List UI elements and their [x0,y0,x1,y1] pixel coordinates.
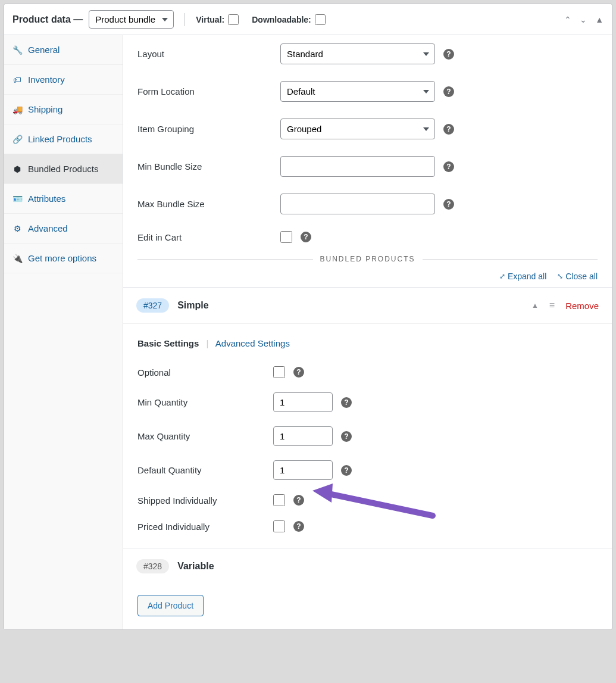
min-qty-label: Min Quantity [137,397,266,407]
help-icon[interactable]: ? [301,232,311,242]
bundled-item-header[interactable]: #327 Simple ▲ ≡ Remove [123,288,612,323]
tag-icon: 🏷 [12,75,22,85]
default-qty-label: Default Quantity [137,465,266,475]
optional-checkbox[interactable] [273,366,285,378]
product-data-panel: Product data — Product bundle Virtual: D… [4,4,612,630]
downloadable-checkbox[interactable] [315,14,326,25]
sidebar-item-label: Advanced [28,223,68,233]
triangle-up-icon[interactable]: ▲ [531,301,539,310]
max-bundle-label: Max Bundle Size [137,199,273,209]
main-content: Layout Standard ? Form Location Default [123,35,612,629]
sidebar-item-bundled-products[interactable]: ⬢ Bundled Products [4,154,123,184]
triangle-up-icon[interactable]: ▲ [595,15,604,24]
shipped-individually-checkbox[interactable] [273,494,285,506]
add-product-button[interactable]: Add Product [137,595,204,616]
chevron-down-icon[interactable]: ⌄ [580,15,587,24]
layout-select[interactable]: Standard [280,43,435,64]
wrench-icon: 🔧 [12,45,22,55]
help-icon[interactable]: ? [293,521,304,532]
settings-tabs: Basic Settings | Advanced Settings [123,335,612,359]
max-bundle-input[interactable] [280,194,435,214]
section-title: BUNDLED PRODUCTS [320,255,415,263]
edit-in-cart-checkbox[interactable] [280,231,292,243]
bundled-item-header[interactable]: #328 Variable [123,548,612,584]
item-grouping-select[interactable]: Grouped [280,118,435,139]
item-id-badge: #328 [136,559,169,573]
min-bundle-input[interactable] [280,156,435,177]
section-divider: BUNDLED PRODUCTS [137,255,598,263]
priced-individually-label: Priced Individually [137,522,266,532]
collapse-icon: ⤡ [557,272,563,280]
min-qty-input[interactable] [273,392,333,412]
sidebar-item-label: Shipping [28,104,62,114]
optional-label: Optional [137,367,266,378]
id-icon: 🪪 [12,194,22,204]
sidebar-item-label: Linked Products [28,134,92,144]
item-id-badge: #327 [136,298,169,313]
expand-all-link[interactable]: ⤢ Expand all [499,272,546,281]
help-icon[interactable]: ? [443,124,454,135]
max-qty-label: Max Quantity [137,431,266,441]
sidebar-item-label: General [28,45,60,55]
help-icon[interactable]: ? [341,465,352,476]
sidebar-item-advanced[interactable]: ⚙ Advanced [4,214,123,244]
bundled-item: #327 Simple ▲ ≡ Remove Basic Settings | … [123,287,612,548]
help-icon[interactable]: ? [443,49,454,60]
plug-icon: 🔌 [12,254,22,263]
sidebar-item-label: Bundled Products [28,164,98,174]
expand-icon: ⤢ [499,272,505,280]
sidebar-item-label: Attributes [28,194,65,204]
tab-basic[interactable]: Basic Settings [137,338,199,348]
virtual-label: Virtual: [196,14,239,25]
remove-link[interactable]: Remove [565,301,599,311]
help-icon[interactable]: ? [443,161,454,172]
truck-icon: 🚚 [12,105,22,114]
sidebar-item-shipping[interactable]: 🚚 Shipping [4,95,123,124]
close-all-link[interactable]: ⤡ Close all [557,272,598,281]
help-icon[interactable]: ? [443,86,454,97]
sidebar-item-label: Inventory [28,74,65,85]
panel-toggle-group: ⌃ ⌄ ▲ [564,15,604,24]
virtual-checkbox[interactable] [228,14,239,25]
help-icon[interactable]: ? [443,199,454,210]
panel-title: Product data — [12,14,83,25]
sidebar-item-inventory[interactable]: 🏷 Inventory [4,65,123,95]
sidebar-item-label: Get more options [28,253,96,263]
bundled-item: #328 Variable [123,548,612,584]
sidebar-item-get-more[interactable]: 🔌 Get more options [4,244,123,273]
chevron-up-icon[interactable]: ⌃ [564,15,571,24]
help-icon[interactable]: ? [293,495,304,506]
drag-handle-icon[interactable]: ≡ [549,300,555,311]
form-location-label: Form Location [137,86,273,96]
layout-label: Layout [137,49,273,59]
item-title: Simple [177,300,208,311]
panel-header: Product data — Product bundle Virtual: D… [4,4,612,35]
link-icon: 🔗 [12,135,22,144]
sidebar: 🔧 General 🏷 Inventory 🚚 Shipping 🔗 Linke… [4,35,123,629]
tab-advanced[interactable]: Advanced Settings [215,338,290,348]
downloadable-label: Downloadable: [252,14,326,25]
sidebar-item-linked-products[interactable]: 🔗 Linked Products [4,124,123,154]
min-bundle-label: Min Bundle Size [137,161,273,171]
edit-in-cart-label: Edit in Cart [137,232,273,242]
help-icon[interactable]: ? [341,397,352,408]
form-location-select[interactable]: Default [280,81,435,102]
shipped-individually-label: Shipped Individually [137,495,266,506]
gear-icon: ⚙ [12,224,22,233]
bundled-item-content: Basic Settings | Advanced Settings Optio… [123,323,612,548]
priced-individually-checkbox[interactable] [273,520,285,532]
sidebar-item-general[interactable]: 🔧 General [4,35,123,65]
divider [185,13,185,26]
sidebar-item-attributes[interactable]: 🪪 Attributes [4,184,123,214]
hex-icon: ⬢ [12,164,22,174]
item-title: Variable [177,561,214,572]
product-type-select[interactable]: Product bundle [89,10,174,29]
help-icon[interactable]: ? [293,367,304,378]
default-qty-input[interactable] [273,460,333,480]
item-grouping-label: Item Grouping [137,124,273,134]
help-icon[interactable]: ? [341,431,352,442]
max-qty-input[interactable] [273,426,333,446]
